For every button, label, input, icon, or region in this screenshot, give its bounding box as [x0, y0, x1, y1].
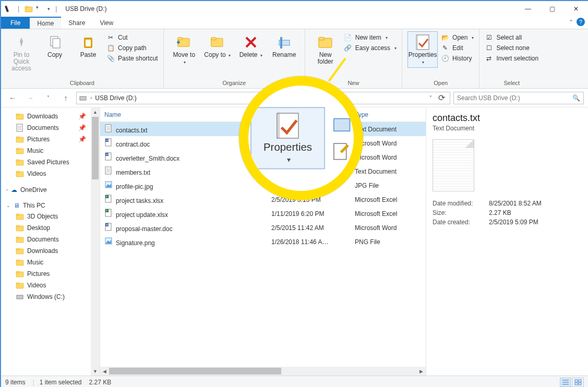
- file-type: Microsoft Word: [351, 154, 426, 161]
- details-created-value: 2/5/2019 5:09 PM: [489, 219, 582, 226]
- drive-icon: [79, 94, 87, 102]
- select-all-button[interactable]: ☑Select all: [485, 33, 538, 42]
- rename-button[interactable]: Rename: [269, 31, 299, 61]
- file-name: Signature.png: [116, 239, 155, 247]
- tab-home[interactable]: Home: [30, 17, 61, 29]
- view-thumbnails-button[interactable]: [572, 378, 584, 387]
- nav-music[interactable]: Music: [3, 145, 98, 156]
- details-title: contacts.txt: [433, 113, 582, 124]
- new-folder-button[interactable]: New folder: [310, 31, 341, 68]
- recent-locations-button[interactable]: ˅: [41, 91, 55, 105]
- nav-onedrive[interactable]: ›☁OneDrive: [3, 185, 98, 195]
- close-button[interactable]: ✕: [564, 1, 588, 17]
- hscroll-right-icon[interactable]: ▶: [417, 367, 426, 376]
- pin-to-quick-access-button[interactable]: Pin to Quick access: [6, 31, 37, 75]
- invert-selection-button[interactable]: ⇄Invert selection: [485, 54, 538, 63]
- nav-videos-pc[interactable]: Videos: [3, 280, 98, 291]
- file-type: PNG File: [351, 238, 426, 246]
- paste-shortcut-button[interactable]: 📎Paste shortcut: [106, 54, 158, 63]
- file-type: Microsoft Excel: [351, 210, 426, 217]
- up-button[interactable]: ↑: [58, 91, 73, 105]
- file-icon: [104, 195, 113, 203]
- hscroll-thumb[interactable]: [109, 368, 281, 374]
- qat-overflow[interactable]: ▾: [47, 6, 50, 11]
- open-button[interactable]: 📂Open ▾: [441, 33, 474, 42]
- hscroll-left-icon[interactable]: ◀: [100, 367, 109, 376]
- nav-saved-pictures[interactable]: Saved Pictures: [3, 156, 98, 168]
- callout-properties-button: Properties▾: [250, 107, 325, 170]
- paste-button[interactable]: Paste: [73, 31, 103, 61]
- svg-rect-30: [579, 383, 581, 385]
- file-row[interactable]: project update.xlsx1/11/2019 6:20 PMMicr…: [100, 207, 426, 221]
- tab-view[interactable]: View: [92, 17, 121, 29]
- file-icon: [104, 237, 113, 245]
- maximize-button[interactable]: ▢: [540, 1, 564, 17]
- file-row[interactable]: proposal-master.doc2/5/2015 11:42 AMMicr…: [100, 221, 426, 235]
- address-dropdown-icon[interactable]: ˅: [429, 95, 432, 101]
- nav-windows-c[interactable]: Windows (C:): [3, 291, 98, 303]
- properties-button[interactable]: Properties▾: [407, 31, 438, 68]
- easy-access-button[interactable]: 🔗Easy access ▾: [344, 44, 397, 52]
- nav-documents-pc[interactable]: Documents: [3, 234, 98, 245]
- svg-rect-21: [280, 37, 282, 49]
- edit-button[interactable]: ✎Edit: [441, 44, 474, 52]
- column-type[interactable]: Type: [351, 111, 426, 118]
- file-name: project tasks.xlsx: [116, 197, 163, 204]
- nav-pictures[interactable]: Pictures📌: [3, 134, 98, 145]
- svg-rect-31: [334, 119, 350, 131]
- svg-rect-27: [575, 380, 578, 382]
- copy-path-button[interactable]: 📋Copy path: [106, 44, 158, 52]
- scroll-down-icon[interactable]: ▼: [91, 367, 100, 376]
- delete-button[interactable]: Delete ▾: [236, 31, 266, 61]
- scroll-up-icon[interactable]: ▲: [91, 107, 100, 116]
- svg-rect-19: [86, 40, 91, 46]
- new-item-button[interactable]: 📄New item ▾: [344, 33, 397, 42]
- nav-this-pc[interactable]: ⌄🖥This PC: [3, 200, 98, 211]
- file-date: 1/26/2018 11:46 A…: [267, 238, 351, 246]
- file-date: 2/5/2015 11:42 AM: [267, 224, 351, 232]
- clipboard-group-label: Clipboard: [6, 80, 158, 87]
- details-subtitle: Text Document: [433, 125, 582, 132]
- file-name: project update.xlsx: [116, 211, 168, 219]
- pin-icon: 📌: [78, 113, 86, 120]
- move-to-button[interactable]: Move to ▾: [169, 31, 199, 68]
- nav-pictures-pc[interactable]: Pictures: [3, 268, 98, 280]
- nav-downloads-pc[interactable]: Downloads: [3, 245, 98, 257]
- minimize-button[interactable]: —: [516, 1, 540, 17]
- details-size-value: 2.27 KB: [489, 209, 582, 216]
- tab-share[interactable]: Share: [61, 17, 92, 29]
- file-row[interactable]: project tasks.xlsx2/5/2019 5:13 PMMicros…: [100, 192, 426, 207]
- copy-to-button[interactable]: Copy to ▾: [202, 31, 233, 61]
- view-details-button[interactable]: [560, 378, 571, 387]
- svg-rect-15: [5, 6, 9, 13]
- nav-downloads[interactable]: Downloads📌: [3, 111, 98, 122]
- breadcrumb[interactable]: USB Drive (D:): [95, 94, 136, 102]
- nav-3d-objects[interactable]: 3D Objects: [3, 211, 98, 222]
- ribbon-collapse-icon[interactable]: ⌃: [569, 19, 573, 26]
- file-row[interactable]: Signature.png1/26/2018 11:46 A…PNG File: [100, 235, 426, 249]
- scroll-thumb[interactable]: [92, 117, 99, 179]
- forward-button[interactable]: →: [23, 91, 38, 105]
- qat-dropdown-icon[interactable]: ▾: [36, 5, 44, 13]
- nav-desktop[interactable]: Desktop: [3, 222, 98, 234]
- nav-scrollbar[interactable]: ▲ ▼: [91, 107, 100, 376]
- nav-documents[interactable]: Documents📌: [3, 122, 98, 134]
- select-none-button[interactable]: ☐Select none: [485, 44, 538, 52]
- tab-file[interactable]: File: [1, 17, 30, 29]
- file-type: JPG File: [351, 182, 426, 189]
- qat-folder-icon[interactable]: [25, 5, 33, 13]
- file-type: Microsoft Excel: [351, 196, 426, 203]
- nav-videos[interactable]: Videos: [3, 168, 98, 179]
- cut-button[interactable]: ✂Cut: [106, 33, 158, 42]
- refresh-button[interactable]: ⟳: [435, 92, 448, 104]
- details-size-label: Size:: [433, 209, 485, 216]
- help-icon[interactable]: ?: [577, 18, 585, 26]
- copy-button[interactable]: Copy: [40, 31, 70, 61]
- history-button[interactable]: 🕘History: [441, 54, 474, 63]
- nav-music-pc[interactable]: Music: [3, 257, 98, 268]
- files-hscrollbar[interactable]: ◀ ▶: [100, 367, 426, 376]
- details-thumbnail: [433, 139, 474, 191]
- svg-rect-28: [579, 380, 581, 382]
- back-button[interactable]: ←: [5, 91, 20, 105]
- search-input[interactable]: Search USB Drive (D:) 🔍: [453, 92, 584, 104]
